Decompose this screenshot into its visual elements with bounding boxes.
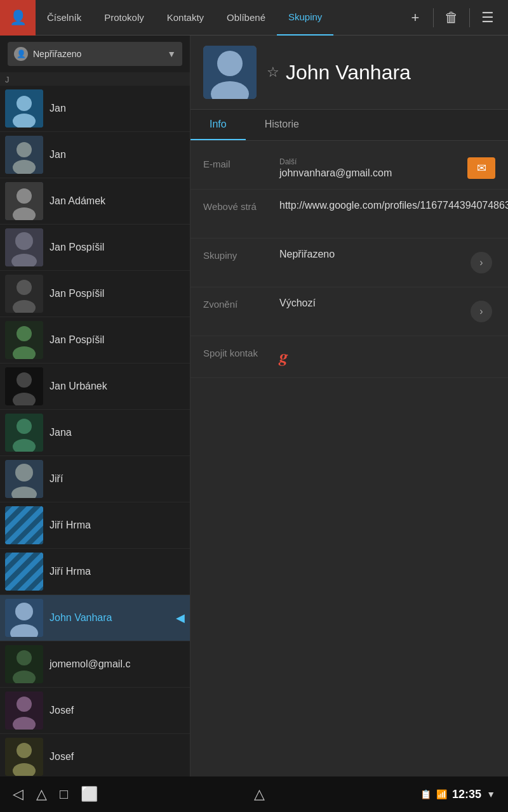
- skupiny-chevron-button[interactable]: ›: [467, 249, 495, 277]
- top-bar: 👤 Číselník Protokoly Kontakty Oblíbené S…: [0, 0, 508, 36]
- svg-point-25: [15, 464, 33, 481]
- contact-name: Jana: [50, 427, 72, 438]
- list-item[interactable]: Jiří: [0, 456, 190, 502]
- contact-name: Jiří Hrma: [50, 566, 91, 577]
- recent-button[interactable]: □: [60, 786, 68, 802]
- clock: 12:35: [452, 788, 481, 801]
- list-item[interactable]: Josef: [0, 688, 190, 734]
- website-value: http://www.google.com/profiles/116774439…: [279, 200, 508, 211]
- email-action-button[interactable]: ✉: [467, 157, 495, 179]
- add-button[interactable]: +: [403, 5, 428, 30]
- list-item-john-vanhara[interactable]: John Vanhara ◀: [0, 595, 190, 641]
- avatar: [5, 553, 43, 591]
- signal-icon: ▼: [486, 789, 495, 799]
- nav-skupiny[interactable]: Skupiny: [277, 0, 333, 36]
- avatar: [5, 321, 43, 359]
- email-icon: ✉: [477, 161, 486, 175]
- list-item[interactable]: Jan Adámek: [0, 178, 190, 225]
- skupiny-value: Nepřiřazeno: [279, 249, 467, 260]
- contact-name: Jiří: [50, 473, 63, 485]
- list-item[interactable]: Jana: [0, 410, 190, 456]
- svg-point-13: [17, 280, 32, 295]
- menu-button[interactable]: ☰: [475, 5, 500, 30]
- capture-button[interactable]: ⬜: [81, 786, 98, 802]
- list-item[interactable]: Jiří Hrma: [0, 549, 190, 595]
- spojit-label: Spojit kontak: [203, 346, 279, 358]
- list-item[interactable]: Jan: [0, 86, 190, 132]
- list-item[interactable]: Jan Pospíšil: [0, 271, 190, 317]
- svg-point-37: [17, 650, 32, 665]
- list-item[interactable]: Jiří Hrma: [0, 502, 190, 549]
- delete-button[interactable]: 🗑: [439, 5, 464, 30]
- nav-oblibene[interactable]: Oblíbené: [215, 0, 277, 36]
- group-icon: 👤: [14, 47, 28, 61]
- svg-point-22: [17, 419, 32, 434]
- zvoneni-value: Výchozí: [279, 298, 467, 309]
- nav-protokoly[interactable]: Protokoly: [93, 0, 156, 36]
- nav-items: Číselník Protokoly Kontakty Oblíbené Sku…: [36, 0, 403, 36]
- avatar: [5, 275, 43, 313]
- email-sublabel: Další: [279, 157, 467, 166]
- detail-header: ☆ John Vanhara: [190, 36, 508, 110]
- contact-name: Jan Pospíšil: [50, 242, 104, 253]
- zvoneni-chevron-button[interactable]: ›: [467, 298, 495, 325]
- home-button[interactable]: △: [36, 786, 47, 802]
- skupiny-content: Nepřiřazeno: [279, 249, 467, 260]
- up-button[interactable]: △: [254, 786, 265, 802]
- spojit-row: Spojit kontak 𝒈: [190, 336, 508, 378]
- skupiny-label: Skupiny: [203, 249, 279, 261]
- avatar: [5, 506, 43, 544]
- svg-rect-32: [5, 553, 43, 591]
- wifi-icon: 📶: [436, 789, 447, 799]
- contact-name: Jan Adámek: [50, 195, 105, 207]
- contact-full-name: John Vanhara: [286, 61, 411, 84]
- google-icon[interactable]: 𝒈: [279, 346, 495, 367]
- website-content: http://www.google.com/profiles/116774439…: [279, 200, 508, 211]
- avatar: [5, 645, 43, 683]
- email-content: Další johnvanhara@gmail.com: [279, 157, 467, 179]
- skupiny-row: Skupiny Nepřiřazeno ›: [190, 239, 508, 287]
- status-bar: 📋 📶 12:35 ▼: [420, 788, 495, 801]
- contact-name: Josef: [50, 705, 74, 716]
- bottom-nav-left: ◁ △ □ ⬜: [13, 786, 98, 802]
- list-item[interactable]: Jan Urbánek: [0, 363, 190, 410]
- back-button[interactable]: ◁: [13, 786, 23, 802]
- tab-info[interactable]: Info: [190, 110, 246, 140]
- chevron-right-icon: ›: [471, 252, 492, 273]
- contact-photo: [203, 46, 257, 99]
- bottom-bar: ◁ △ □ ⬜ △ 📋 📶 12:35 ▼: [0, 776, 508, 812]
- avatar: [5, 414, 43, 452]
- avatar: [5, 367, 43, 405]
- contact-name: Jan Pospíšil: [50, 288, 104, 299]
- list-item[interactable]: Jan: [0, 132, 190, 178]
- svg-point-43: [17, 743, 32, 758]
- group-arrow: ▼: [167, 49, 176, 59]
- zvoneni-label: Zvonění: [203, 298, 279, 310]
- contact-name: Jan Pospíšil: [50, 334, 104, 346]
- bottom-nav-center: △: [254, 786, 265, 802]
- group-label: Nepřiřazeno: [33, 49, 167, 59]
- svg-point-40: [17, 697, 32, 712]
- favorite-star[interactable]: ☆: [267, 64, 279, 81]
- separator: [433, 8, 434, 27]
- contact-name: John Vanhara: [50, 612, 112, 624]
- list-item[interactable]: Josef: [0, 734, 190, 776]
- svg-point-19: [17, 372, 32, 388]
- svg-point-10: [15, 232, 33, 250]
- detail-tabs: Info Historie: [190, 110, 508, 141]
- nav-kontakty[interactable]: Kontakty: [156, 0, 215, 36]
- tab-historie[interactable]: Historie: [246, 110, 318, 140]
- list-item[interactable]: jomemol@gmail.c: [0, 641, 190, 688]
- svg-rect-29: [5, 506, 43, 544]
- nav-ciselnik[interactable]: Číselník: [36, 0, 93, 36]
- info-rows: E-mail Další johnvanhara@gmail.com ✉ Web…: [190, 141, 508, 384]
- group-selector[interactable]: 👤 Nepřiřazeno ▼: [8, 42, 182, 66]
- svg-point-49: [217, 51, 243, 76]
- contact-name: Jan: [50, 149, 66, 160]
- contact-list: J Jan Jan Jan Adámek: [0, 72, 190, 776]
- list-item[interactable]: Jan Pospíšil: [0, 317, 190, 363]
- svg-point-34: [15, 603, 33, 620]
- contact-name: Jan Urbánek: [50, 381, 107, 392]
- list-item[interactable]: Jan Pospíšil: [0, 225, 190, 271]
- separator2: [469, 8, 470, 27]
